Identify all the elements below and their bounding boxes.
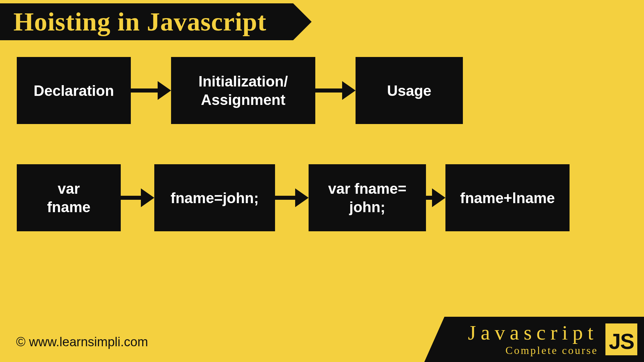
box-declaration: Declaration: [17, 57, 131, 124]
box-initialization-line1: Initialization/: [199, 72, 288, 90]
arrow-icon: [131, 81, 171, 100]
arrow-icon: [315, 81, 356, 100]
course-badge-text: Javascript Complete course: [468, 322, 598, 357]
title-banner: Hoisting in Javascript: [0, 3, 293, 40]
page-title: Hoisting in Javascript: [13, 7, 266, 37]
box-usage-expr-label: fname+lname: [460, 189, 555, 207]
concept-flow-row: Declaration Initialization/ Assignment U…: [17, 57, 463, 124]
arrow-icon: [275, 188, 309, 207]
box-usage-label: Usage: [387, 81, 431, 100]
course-badge: Javascript Complete course JS: [444, 317, 644, 362]
copyright-text: © www.learnsimpli.com: [16, 335, 148, 349]
box-initialization: Initialization/ Assignment: [171, 57, 315, 124]
course-badge-subtitle: Complete course: [505, 344, 598, 357]
box-assign-label: fname=john;: [171, 189, 259, 207]
box-usage: Usage: [356, 57, 463, 124]
box-declaration-label: Declaration: [34, 81, 114, 100]
box-decl-assign-line1: var fname=: [328, 179, 407, 198]
box-var-line1: var: [58, 179, 80, 198]
box-usage-expr: fname+lname: [445, 164, 570, 231]
arrow-icon: [121, 188, 154, 207]
box-assign: fname=john;: [154, 164, 275, 231]
example-flow-row: var fname fname=john; var fname= john; f…: [17, 164, 570, 231]
box-var-fname: var fname: [17, 164, 121, 231]
js-logo-icon: JS: [605, 323, 637, 355]
course-badge-title: Javascript: [468, 322, 598, 343]
box-decl-assign-line2: john;: [349, 198, 385, 216]
box-initialization-line2: Assignment: [201, 90, 285, 109]
box-decl-assign: var fname= john;: [309, 164, 426, 231]
box-var-line2: fname: [47, 198, 91, 216]
arrow-icon: [426, 188, 445, 207]
